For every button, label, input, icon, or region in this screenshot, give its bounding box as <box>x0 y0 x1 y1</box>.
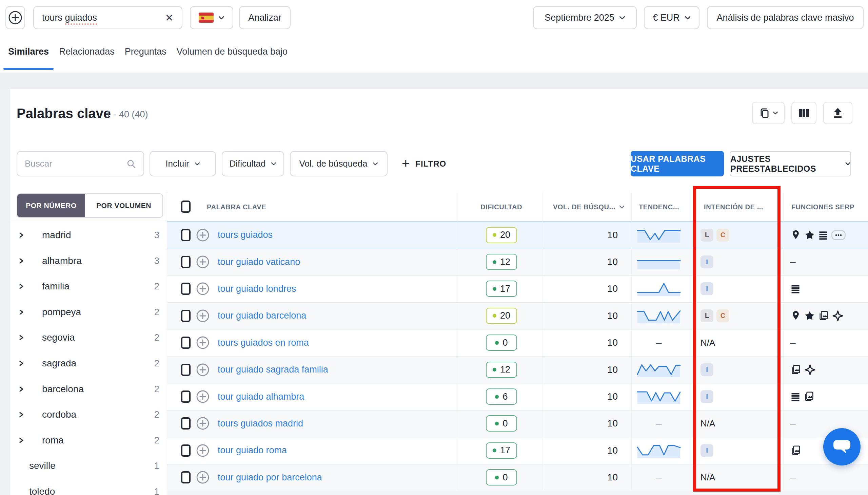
analyze-button[interactable]: Analizar <box>239 6 290 29</box>
plus-circle-icon[interactable] <box>195 335 210 350</box>
row-checkbox[interactable] <box>181 444 191 457</box>
keyword-link[interactable]: tours guiados <box>218 230 272 240</box>
chevron-right-icon[interactable] <box>19 232 26 238</box>
page-title: Palabras clave <box>17 106 111 121</box>
sidebar-item-toledo[interactable]: toledo1 <box>10 479 167 495</box>
chevron-right-icon[interactable] <box>19 309 26 315</box>
plus-circle-icon[interactable] <box>195 228 210 243</box>
plus-circle-icon[interactable] <box>195 362 210 377</box>
tab-preguntas[interactable]: Preguntas <box>125 31 166 73</box>
row-checkbox[interactable] <box>181 471 191 483</box>
volume-value: 10 <box>607 364 618 375</box>
row-checkbox[interactable] <box>181 283 191 295</box>
difficulty-dot-icon <box>495 395 499 399</box>
chevron-right-icon[interactable] <box>19 283 26 289</box>
serp-dash: – <box>790 337 796 348</box>
period-selector[interactable]: Septiembre 2025 <box>533 6 637 29</box>
plus-circle-icon[interactable] <box>195 416 210 431</box>
tab-volumen-de-b-squeda-bajo[interactable]: Volumen de búsqueda bajo <box>177 31 287 73</box>
chevron-right-icon[interactable] <box>19 360 26 366</box>
sidebar-item-label: familia <box>42 281 70 292</box>
volume-cell: 10 <box>584 329 618 356</box>
plus-circle-icon[interactable] <box>195 443 210 458</box>
row-checkbox[interactable] <box>181 391 191 403</box>
trend-dash: – <box>656 417 662 429</box>
volume-cell: 10 <box>584 437 618 464</box>
chevron-right-icon[interactable] <box>19 437 26 443</box>
plus-circle-icon[interactable] <box>195 308 210 323</box>
sidebar-item-count: 2 <box>154 307 159 318</box>
sidebar-item-count: 2 <box>154 435 159 446</box>
add-keyword-button[interactable] <box>5 6 25 29</box>
col-volume[interactable]: VOL. DE BÚSQU... <box>522 203 615 211</box>
keyword-link[interactable]: tour guiado barcelona <box>218 310 306 321</box>
chevron-right-icon[interactable] <box>19 386 26 392</box>
col-serp: FUNCIONES SERP <box>791 203 854 211</box>
plus-circle-icon[interactable] <box>195 470 210 485</box>
sidebar-item-roma[interactable]: roma2 <box>10 427 167 453</box>
add-filter-button[interactable]: + FILTRO <box>402 154 446 173</box>
row-checkbox[interactable] <box>181 229 191 241</box>
chevron-right-icon[interactable] <box>19 335 26 341</box>
sidebar-item-sagrada[interactable]: sagrada2 <box>10 351 167 376</box>
copy-button[interactable] <box>752 102 784 124</box>
difficulty-value: 0 <box>502 418 508 429</box>
chevron-down-icon <box>619 16 625 20</box>
row-checkbox[interactable] <box>181 337 191 349</box>
row-checkbox[interactable] <box>181 364 191 376</box>
sidebar-item-familia[interactable]: familia2 <box>10 273 167 299</box>
bulk-analysis-button[interactable]: Análisis de palabras clave masivo <box>707 6 864 29</box>
chat-widget-button[interactable] <box>823 428 861 465</box>
plus-circle-icon[interactable] <box>195 389 210 404</box>
select-all-checkbox[interactable] <box>181 201 191 213</box>
plus-circle-icon[interactable] <box>195 281 210 296</box>
sidebar-item-cordoba[interactable]: cordoba2 <box>10 402 167 427</box>
sidebar-item-pompeya[interactable]: pompeya2 <box>10 299 167 325</box>
chevron-right-icon[interactable] <box>19 258 26 264</box>
more-icon[interactable] <box>831 229 846 241</box>
keyword-link[interactable]: tours guiados en roma <box>218 338 309 348</box>
row-checkbox[interactable] <box>181 256 191 268</box>
plus-circle-icon[interactable] <box>195 254 210 269</box>
keyword-link[interactable]: tour guiado vaticano <box>218 257 300 267</box>
chevron-right-icon[interactable] <box>19 412 26 417</box>
use-keywords-button[interactable]: USAR PALABRAS CLAVE <box>631 151 724 176</box>
keyword-link[interactable]: tour guiado sagrada familia <box>218 364 328 375</box>
sidebar-item-seville[interactable]: seville1 <box>10 453 167 479</box>
sidebar-item-alhambra[interactable]: alhambra3 <box>10 248 167 274</box>
presets-dropdown[interactable]: AJUSTES PREESTABLECIDOS <box>730 151 851 176</box>
keyword-search-field[interactable]: tours guiados ✕ <box>33 6 182 29</box>
volume-filter-dropdown[interactable]: Vol. de búsqueda <box>290 151 388 176</box>
keyword-link[interactable]: tours guiados madrid <box>218 418 303 429</box>
difficulty-dot-icon <box>493 287 496 291</box>
keyword-cell: tour guiado por barcelona <box>218 464 322 491</box>
volume-label: Vol. de búsqueda <box>299 158 368 169</box>
row-checkbox[interactable] <box>181 310 191 322</box>
clear-icon[interactable]: ✕ <box>165 12 174 24</box>
sort-chevron-icon[interactable] <box>619 205 624 209</box>
row-checkbox[interactable] <box>181 417 191 429</box>
sidebar-item-count: 1 <box>154 460 159 471</box>
include-filter-dropdown[interactable]: Incluir <box>149 151 216 176</box>
sidebar-item-label: segovia <box>42 332 75 343</box>
columns-view-button[interactable] <box>791 102 816 124</box>
tab-similares[interactable]: Similares <box>8 31 49 73</box>
keyword-link[interactable]: tour guiado alhambra <box>218 392 304 402</box>
currency-selector[interactable]: € EUR <box>644 6 699 29</box>
sidebar-item-madrid[interactable]: madrid3 <box>10 222 167 248</box>
country-selector[interactable] <box>190 6 233 29</box>
sidebar-item-segovia[interactable]: segovia2 <box>10 325 167 351</box>
export-button[interactable] <box>823 102 852 124</box>
keyword-link[interactable]: tour guiado londres <box>218 284 296 294</box>
keyword-link[interactable]: tour guiado roma <box>218 445 287 456</box>
sidebar-item-label: seville <box>29 460 56 471</box>
difficulty-cell: 20 <box>486 302 517 329</box>
toggle-by-volume[interactable]: POR VOLUMEN <box>85 194 162 217</box>
tab-relacionadas[interactable]: Relacionadas <box>59 31 114 73</box>
sidebar-item-barcelona[interactable]: barcelona2 <box>10 376 167 402</box>
difficulty-filter-dropdown[interactable]: Dificultad <box>222 151 284 176</box>
table-search-input[interactable]: Buscar <box>17 151 144 176</box>
keyword-link[interactable]: tour guiado por barcelona <box>218 472 322 483</box>
toggle-by-number[interactable]: POR NÚMERO <box>17 194 85 217</box>
volume-cell: 10 <box>584 464 618 491</box>
